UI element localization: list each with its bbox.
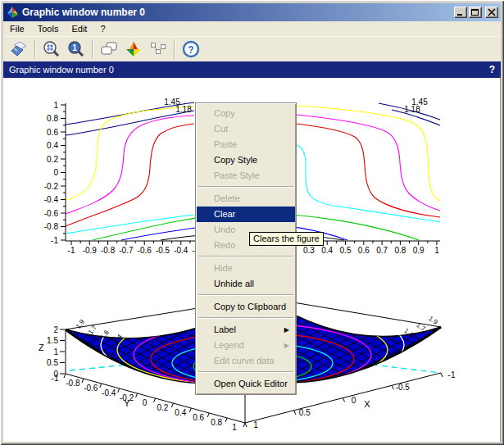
- svg-text:0.7: 0.7: [376, 246, 388, 255]
- submenu-arrow-icon: ▶: [284, 322, 289, 338]
- colormap-button[interactable]: [123, 39, 144, 60]
- svg-text:1.18: 1.18: [175, 105, 192, 114]
- svg-text:1: 1: [232, 423, 237, 432]
- svg-text:0.8: 0.8: [47, 114, 58, 123]
- svg-text:0.4: 0.4: [175, 408, 186, 417]
- svg-text:0.8: 0.8: [394, 246, 406, 255]
- help-icon: ?: [181, 39, 201, 59]
- datatip-icon: [148, 39, 168, 59]
- menu-item-delete: Delete: [197, 191, 295, 207]
- menu-bar: FileToolsEdit?: [3, 21, 501, 36]
- svg-text:-0.5: -0.5: [396, 383, 411, 392]
- svg-text:1: 1: [53, 347, 58, 356]
- menu-item-open-quick-editor[interactable]: Open Quick Editor: [197, 376, 295, 392]
- svg-text:-0.7: -0.7: [119, 246, 134, 255]
- menu-edit[interactable]: Edit: [65, 22, 93, 35]
- menu-tools[interactable]: Tools: [31, 22, 66, 35]
- svg-text:-0.2: -0.2: [44, 182, 59, 191]
- svg-text:1: 1: [72, 43, 77, 52]
- menu-item-label[interactable]: Label▶: [197, 322, 295, 338]
- svg-text:1.9: 1.9: [427, 315, 439, 326]
- context-menu-separator: [198, 317, 293, 319]
- svg-text:X: X: [364, 399, 370, 409]
- tooltip: Clears the figure: [249, 232, 324, 246]
- svg-text:0.8: 0.8: [211, 418, 222, 427]
- zoom-original-button[interactable]: 1: [66, 39, 87, 60]
- svg-text:0.2: 0.2: [47, 155, 58, 164]
- toolbar-separator: [174, 40, 175, 58]
- info-bar-text: Graphic window number 0: [9, 65, 114, 75]
- svg-text:0: 0: [53, 168, 58, 177]
- svg-text:0.4: 0.4: [47, 141, 58, 150]
- menu-file[interactable]: File: [3, 22, 31, 35]
- toolbar-separator: [34, 40, 36, 58]
- svg-text:-1: -1: [68, 246, 75, 255]
- menu-item-paste: Paste: [197, 137, 295, 152]
- svg-text:1.9: 1.9: [75, 318, 86, 330]
- context-menu-separator: [198, 186, 293, 188]
- svg-text:-0.8: -0.8: [66, 379, 80, 388]
- toolbar-separator: [92, 40, 93, 58]
- svg-text:0.9: 0.9: [413, 246, 425, 255]
- svg-text:1: 1: [53, 101, 58, 110]
- datatip-button[interactable]: [148, 39, 169, 60]
- svg-text:-0.4: -0.4: [44, 195, 59, 204]
- maximize-button[interactable]: [469, 7, 482, 18]
- svg-text:-1: -1: [448, 370, 456, 379]
- maximize-icon: [470, 8, 480, 16]
- svg-text:-0.5: -0.5: [156, 246, 170, 255]
- menu-item-copy-style[interactable]: Copy Style: [197, 152, 295, 168]
- close-icon: [487, 8, 497, 16]
- svg-text:-0.6: -0.6: [44, 209, 59, 218]
- svg-text:0.6: 0.6: [358, 246, 370, 255]
- context-menu-separator: [198, 256, 293, 257]
- svg-text:-0.4: -0.4: [174, 246, 188, 255]
- figure-canvas[interactable]: -1-0.9-0.8-0.7-0.6-0.5-0.4-0.3-0.2-0.100…: [3, 78, 501, 442]
- info-bar: Graphic window number 0 ?: [3, 61, 501, 78]
- menu-item-copy: Copy: [197, 106, 295, 121]
- svg-text:0.5: 0.5: [47, 358, 58, 367]
- menu-[interactable]: ?: [93, 22, 111, 35]
- svg-text:0: 0: [352, 396, 356, 405]
- submenu-arrow-icon: ▶: [284, 338, 289, 353]
- context-menu: CopyCutPasteCopy StylePaste StyleDeleteC…: [195, 102, 297, 395]
- minimize-icon: [456, 8, 465, 16]
- figure-editor-icon: [99, 39, 119, 59]
- menu-item-edit-curve-data: Edit curve data: [197, 353, 295, 369]
- help-button[interactable]: ?: [180, 39, 202, 60]
- svg-text:1: 1: [253, 420, 258, 429]
- menu-item-hide: Hide: [197, 261, 295, 276]
- window-title: Graphic window number 0: [22, 7, 454, 18]
- svg-text:-0.8: -0.8: [101, 246, 116, 255]
- context-menu-separator: [198, 294, 293, 296]
- zoom-area-icon: [42, 39, 61, 59]
- svg-text:Z: Z: [39, 343, 44, 352]
- zoom-original-icon: 1: [66, 39, 86, 59]
- svg-text:0: 0: [143, 398, 148, 407]
- zoom-area-button[interactable]: [41, 39, 62, 60]
- scilab-icon: [6, 6, 19, 19]
- menu-item-copy-to-clipboard[interactable]: Copy to Clipboard: [197, 299, 295, 315]
- svg-text:0.3: 0.3: [303, 246, 315, 255]
- svg-text:0.2: 0.2: [157, 403, 168, 412]
- svg-text:0.6: 0.6: [47, 128, 58, 137]
- minimize-button[interactable]: [454, 7, 467, 18]
- close-button[interactable]: [485, 7, 498, 18]
- menu-item-clear[interactable]: Clear: [197, 207, 295, 222]
- svg-text:-0.6: -0.6: [84, 384, 98, 393]
- rotate-icon: [9, 39, 29, 59]
- info-bar-help: ?: [489, 64, 495, 75]
- rotate-button[interactable]: [8, 39, 30, 60]
- figure-editor-button[interactable]: [98, 39, 120, 60]
- svg-text:0.5: 0.5: [340, 246, 352, 255]
- menu-item-unhide-all[interactable]: Unhide all: [197, 276, 295, 292]
- svg-text:1.5: 1.5: [47, 336, 58, 345]
- titlebar[interactable]: Graphic window number 0: [3, 3, 501, 21]
- svg-text:0.5: 0.5: [299, 408, 311, 417]
- colormap-icon: [124, 39, 143, 59]
- menu-item-cut: Cut: [197, 121, 295, 137]
- svg-text:1: 1: [434, 246, 439, 255]
- svg-text:0.6: 0.6: [193, 413, 204, 422]
- svg-text:Y: Y: [124, 398, 130, 408]
- app-window: Graphic window number 0 FileToolsEdit?: [0, 0, 504, 445]
